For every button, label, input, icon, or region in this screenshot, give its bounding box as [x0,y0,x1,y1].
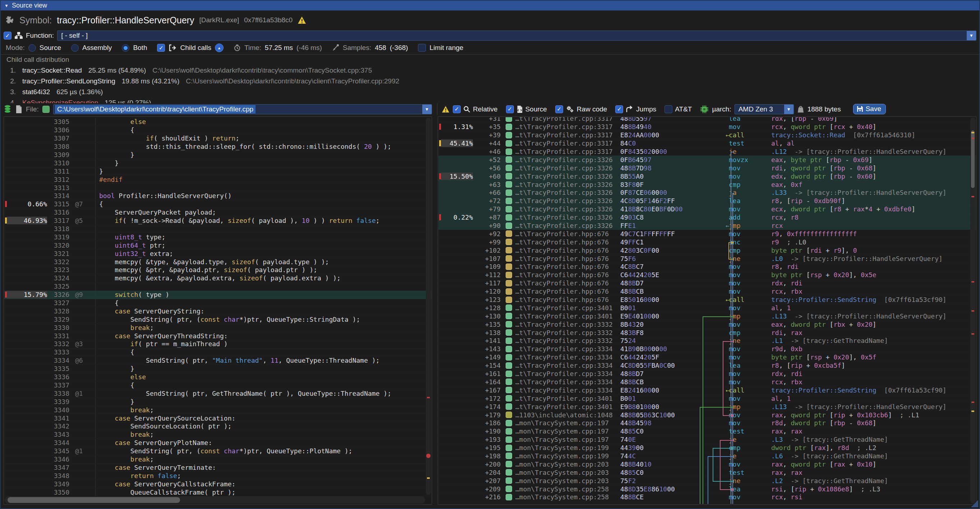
source-line[interactable]: 3344 case ServerQueryPlotName: [4,439,431,447]
function-select[interactable]: [ - self - ] ▼ [57,30,977,41]
source-line[interactable]: 3311} [4,167,431,175]
source-line[interactable]: 3316 ServerQueryPacket payload; [4,208,431,217]
scrollbar-thumb[interactable] [971,130,975,188]
asm-source-location[interactable]: …t\TracyProfiler.cpp:3326 [515,222,620,229]
asm-source-location[interactable]: …t\TracyProfiler.cpp:3332 [515,337,620,344]
asm-source-location[interactable]: …t\TracyProfiler.hpp:676 [515,279,620,287]
asm-source-location[interactable]: …t\TracyProfiler.cpp:3401 [515,395,620,402]
asm-row[interactable]: +31…t\TracyProfiler.cpp:3317488D5597lear… [438,117,976,123]
source-vertical-scrollbar[interactable] [426,118,431,495]
asm-source-location[interactable]: …t\TracyProfiler.cpp:3401 [515,312,620,320]
asm-source-location[interactable]: …mon\TracySystem.cpp:258 [515,485,620,493]
asm-source-location[interactable]: …t\TracyProfiler.cpp:3326 [515,205,620,213]
asm-source-location[interactable]: …t\TracyProfiler.cpp:3326 [515,156,620,164]
resize-grip[interactable] [971,500,978,507]
asm-source-location[interactable]: …mon\TracySystem.cpp:199 [515,444,620,452]
asm-row[interactable]: +120…t\TracyProfiler.hpp:676488BCBmovrcx… [438,288,976,296]
asm-row[interactable]: +195…mon\TracySystem.cpp:199443900cmpdwo… [438,444,976,452]
asm-source-location[interactable]: …t\TracyProfiler.cpp:3334 [515,378,620,386]
child-call-item[interactable]: 3.stat64i32625 µs (1.36%) [6,88,103,96]
asm-source-location[interactable]: …t\TracyProfiler.hpp:676 [515,263,620,270]
asm-row[interactable]: 0.22%+87…t\TracyProfiler.cpp:33264903C8a… [438,213,976,222]
source-line[interactable]: 3313 [4,184,431,192]
asm-source-location[interactable]: …t\TracyProfiler.cpp:3334 [515,345,620,353]
source-line[interactable]: 3328 case ServerQueryString: [4,307,431,315]
asm-row[interactable]: +117…t\TracyProfiler.hpp:676488BD7movrdx… [438,279,976,288]
asm-source-location[interactable]: …mon\TracySystem.cpp:197 [515,419,620,427]
asm-row[interactable]: +79…t\TracyProfiler.cpp:3326418B8C80E0BF… [438,205,976,213]
source-line[interactable]: 3321 uint32_t extra; [4,250,431,258]
window-titlebar[interactable]: ▼ Source view [1,1,979,10]
asm-source-location[interactable]: …t\TracyProfiler.cpp:3326 [515,164,620,172]
source-line[interactable]: 3308 std::this_thread::sleep_for( std::c… [4,143,431,151]
asm-source-location[interactable]: …t\TracyProfiler.cpp:3332 [515,321,620,328]
scroll-up-button[interactable]: ▲ [215,43,224,52]
asm-source-location[interactable]: …mon\TracySystem.cpp:197 [515,428,620,435]
source-line[interactable]: 0.66%3315@7{ [4,200,431,208]
source-line[interactable]: 3339 } [4,398,431,406]
asm-row[interactable]: +164…t\TracyProfiler.cpp:3334488BCBmovrc… [438,378,976,387]
source-line[interactable]: 3307 if( shouldExit ) return; [4,134,431,143]
source-line[interactable]: 3336 else [4,373,431,382]
asm-row[interactable]: +190…mon\TracySystem.cpp:1974885C0testra… [438,428,976,436]
source-line[interactable]: 3320 uint64_t ptr; [4,241,431,250]
relative-checkbox[interactable]: ✓ [453,105,461,113]
source-line[interactable]: 15.79%3326@9 switch( type ) [4,291,431,299]
source-line[interactable]: 3338@1 SendString( ptr, GetThreadName( p… [4,389,431,398]
source-line[interactable]: 3324 memcpy( &extra, &payload.extra, siz… [4,274,431,283]
asm-row[interactable]: +161…t\TracyProfiler.cpp:3334488BD7movrd… [438,370,976,378]
source-line[interactable]: 3334@6 SendString( ptr, "Main thread", 1… [4,356,431,365]
asm-source-location[interactable]: …t\TracyProfiler.cpp:3334 [515,353,620,361]
source-line[interactable]: 3312#endif [4,175,431,184]
asm-source-location[interactable]: …t\TracyProfiler.cpp:3326 [515,189,620,196]
source-line[interactable]: 3349 case ServerQueryCallstackFrame: [4,480,431,488]
asm-row[interactable]: +109…t\TracyProfiler.hpp:6764C8BC7movr8,… [438,263,976,271]
asm-row[interactable]: +66…t\TracyProfiler.cpp:33260F87CE060000… [438,189,976,197]
asm-source-location[interactable]: …t\TracyProfiler.cpp:3332 [515,329,620,336]
limit-range-checkbox[interactable] [418,44,426,52]
chevron-down-icon[interactable]: ▼ [967,31,976,40]
asm-source-location[interactable]: …t\TracyProfiler.cpp:3326 [515,181,620,188]
child-call-item[interactable]: 1.tracy::Socket::Read25.25 ms (54.89%)C:… [6,67,372,75]
asm-row[interactable]: +149…t\TracyProfiler.cpp:3334C64424205Fm… [438,353,976,362]
asm-source-location[interactable]: …mon\TracySystem.cpp:199 [515,452,620,460]
child-calls-checkbox[interactable]: ✓ [157,44,165,52]
asm-source-location[interactable]: …t\TracyProfiler.cpp:3334 [515,370,620,377]
asm-source-location[interactable]: …t\TracyProfiler.hpp:676 [515,247,620,254]
asm-source-location[interactable]: …mon\TracySystem.cpp:203 [515,469,620,476]
asm-row[interactable]: +143…t\TracyProfiler.cpp:333441B90B00000… [438,345,976,353]
asm-row[interactable]: +123…t\TracyProfiler.hpp:676E850160000ca… [438,296,976,304]
source-line[interactable]: 3332@3 if( ptr == m_mainThread ) [4,340,431,348]
asm-row[interactable]: +198…mon\TracySystem.cpp:199744Cje.L6 ->… [438,452,976,460]
function-checkbox[interactable]: ✓ [3,32,11,40]
asm-row[interactable]: +135…t\TracyProfiler.cpp:33328B4320movea… [438,320,976,329]
source-line[interactable]: 3325 [4,283,431,291]
asm-row[interactable]: +107…t\TracyProfiler.hpp:67675F6jne.L0 -… [438,254,976,263]
asm-source-location[interactable]: …t\TracyProfiler.hpp:676 [515,288,620,295]
asm-source-location[interactable]: …t\TracyProfiler.cpp:3317 [515,117,620,122]
asm-source-location[interactable]: …t\TracyProfiler.hpp:676 [515,230,620,238]
source-line[interactable]: 3330 break; [4,323,431,332]
radio-source[interactable] [29,44,36,52]
asm-row[interactable]: +179…1103\include\atomic:1048488B05B63C1… [438,411,976,419]
asm-row[interactable]: +63…t\TracyProfiler.cpp:332683F80Fcmpeax… [438,180,976,189]
asm-row[interactable]: +99…t\TracyProfiler.hpp:67649FFC1incr9 ;… [438,238,976,246]
asm-row[interactable]: +174…t\TracyProfiler.cpp:3401E9B8010000j… [438,402,976,411]
source-line[interactable]: 3342 SendSourceLocation( ptr ); [4,422,431,431]
asm-row[interactable]: +186…mon\TracySystem.cpp:197448B4598movr… [438,419,976,428]
asm-row[interactable]: +200…mon\TracySystem.cpp:203488B4010movr… [438,460,976,468]
raw-code-checkbox[interactable]: ✓ [555,105,563,113]
child-call-name[interactable]: tracy::Socket::Read [22,67,82,75]
collapse-icon[interactable]: ▼ [4,3,9,8]
asm-row[interactable]: +56…t\TracyProfiler.cpp:3326488B7D98movr… [438,164,976,172]
asm-row[interactable]: +141…t\TracyProfiler.cpp:33327524jne.L1 … [438,337,976,345]
asm-source-location[interactable]: …1103\include\atomic:1048 [515,411,620,419]
chevron-down-icon[interactable]: ▼ [422,105,431,114]
source-line[interactable]: 3322 memcpy( &type, &payload.type, sizeo… [4,258,431,266]
child-call-name[interactable]: KeSynchronizeExecution [22,99,98,103]
child-call-name[interactable]: tracy::Profiler::SendLongString [22,77,115,85]
source-line[interactable]: 3306 { [4,126,431,134]
asm-source-location[interactable]: …t\TracyProfiler.cpp:3334 [515,387,620,394]
source-line[interactable]: 3327 { [4,299,431,307]
asm-row[interactable]: +128…t\TracyProfiler.cpp:3401B001moval, … [438,304,976,312]
